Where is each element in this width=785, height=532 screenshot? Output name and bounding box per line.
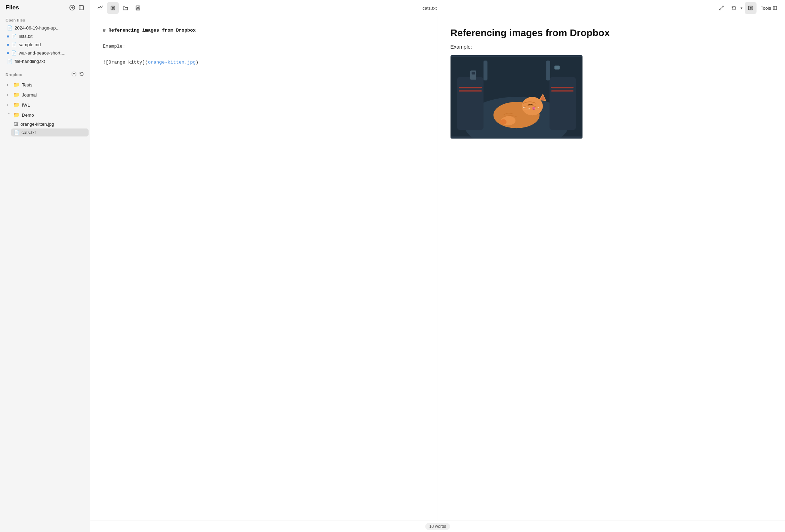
folder-button[interactable] xyxy=(119,2,131,14)
dropbox-header: Dropbox xyxy=(0,68,90,80)
folder-tree: › 📁 Tests › 📁 Journal › 📁 IWL › 📁 Demo 🖼… xyxy=(0,80,90,137)
file-icon: 📄 xyxy=(11,42,17,47)
sidebar: Files Open files 📄 2024-06-19-huge-up...… xyxy=(0,0,90,532)
modified-dot xyxy=(7,52,9,54)
sync-dropdown-arrow[interactable]: ▾ xyxy=(741,6,743,10)
editor-content[interactable]: # Referencing images from Dropbox Exampl… xyxy=(103,27,425,67)
svg-rect-24 xyxy=(457,77,484,130)
add-file-icon[interactable] xyxy=(69,5,75,11)
file-icon: 📄 xyxy=(11,34,17,39)
file-icon: 📄 xyxy=(7,25,13,31)
file-name: lists.txt xyxy=(19,34,33,39)
word-count-badge: 10 words xyxy=(425,523,451,530)
folder-name: Tests xyxy=(22,82,32,88)
edit-button[interactable] xyxy=(107,2,119,14)
upload-icon[interactable] xyxy=(71,71,77,78)
sidebar-header-icons xyxy=(69,5,84,11)
folder-journal[interactable]: › 📁 Journal xyxy=(1,90,89,100)
svg-rect-29 xyxy=(551,90,573,92)
activity-button[interactable] xyxy=(94,2,106,14)
list-item[interactable]: 📄 file-handling.txt xyxy=(1,57,89,65)
tools-label: Tools xyxy=(761,6,771,11)
sidebar-header: Files xyxy=(0,0,90,15)
tools-button[interactable]: Tools xyxy=(757,4,781,12)
svg-rect-12 xyxy=(137,6,139,8)
folder-tests[interactable]: › 📁 Tests xyxy=(1,80,89,90)
svg-rect-44 xyxy=(546,61,550,81)
svg-rect-28 xyxy=(458,90,482,92)
open-files-label: Open files xyxy=(0,15,90,24)
folder-name: IWL xyxy=(22,102,30,108)
folder-name: Demo xyxy=(22,113,34,118)
preview-panel: Referencing images from Dropbox Example: xyxy=(438,16,785,521)
folder-icon: 📁 xyxy=(13,102,20,108)
chevron-icon: › xyxy=(7,83,11,87)
main-content: cats.txt ▾ Tools # Referencing images fr… xyxy=(90,0,785,532)
svg-rect-43 xyxy=(484,61,487,81)
toolbar: cats.txt ▾ Tools xyxy=(90,0,785,16)
raw-editor[interactable]: # Referencing images from Dropbox Exampl… xyxy=(90,16,438,521)
svg-point-34 xyxy=(532,107,535,109)
preview-body: Example: xyxy=(451,44,773,50)
sidebar-title: Files xyxy=(6,4,19,11)
document-title: cats.txt xyxy=(145,6,714,11)
file-name: war-and-peace-short.... xyxy=(19,50,65,56)
file-name: cats.txt xyxy=(22,130,36,135)
folder-icon: 📁 xyxy=(13,112,20,118)
svg-rect-45 xyxy=(554,66,560,69)
sync-button[interactable] xyxy=(728,2,740,14)
file-icon: 📄 xyxy=(7,59,13,64)
preview-heading: Referencing images from Dropbox xyxy=(451,27,773,39)
svg-rect-25 xyxy=(550,77,576,130)
text-file-icon: 📄 xyxy=(14,130,19,135)
list-item[interactable]: 📄 lists.txt xyxy=(1,32,89,40)
chevron-icon: › xyxy=(7,113,11,117)
file-name: 2024-06-19-huge-up... xyxy=(15,25,59,31)
dropbox-icons xyxy=(71,71,84,78)
svg-rect-3 xyxy=(79,6,84,10)
open-files-list: 📄 2024-06-19-huge-up... 📄 lists.txt 📄 sa… xyxy=(0,24,90,68)
folder-icon: 📁 xyxy=(13,92,20,98)
dropbox-label: Dropbox xyxy=(6,73,22,77)
svg-rect-13 xyxy=(137,8,139,10)
save-button[interactable] xyxy=(132,2,144,14)
preview-image xyxy=(451,55,582,139)
svg-rect-31 xyxy=(471,72,475,75)
svg-point-42 xyxy=(500,119,506,125)
folder-icon: 📁 xyxy=(13,82,20,88)
toolbar-left xyxy=(94,2,144,14)
list-item[interactable]: 📄 war-and-peace-short.... xyxy=(1,49,89,57)
chevron-icon: › xyxy=(7,93,11,97)
svg-rect-26 xyxy=(458,87,482,89)
folder-iwl[interactable]: › 📁 IWL xyxy=(1,100,89,110)
file-icon: 📄 xyxy=(11,50,17,56)
word-count-bar: 10 words xyxy=(90,521,785,532)
folder-name: Journal xyxy=(22,92,37,98)
file-name: sample.md xyxy=(19,42,41,47)
demo-children: 🖼 orange-kitten.jpg 📄 cats.txt xyxy=(0,120,90,136)
preview-button[interactable] xyxy=(745,2,757,14)
svg-rect-20 xyxy=(773,6,777,10)
list-item[interactable]: 📄 2024-06-19-huge-up... xyxy=(1,24,89,32)
chevron-icon: › xyxy=(7,103,11,107)
file-cats-txt[interactable]: 📄 cats.txt xyxy=(11,128,89,136)
list-item[interactable]: 📄 sample.md xyxy=(1,41,89,49)
modified-dot xyxy=(7,44,9,46)
image-file-icon: 🖼 xyxy=(14,122,18,127)
refresh-icon[interactable] xyxy=(79,71,84,78)
modified-dot xyxy=(7,35,9,38)
panel-icon[interactable] xyxy=(78,5,84,11)
file-name: file-handling.txt xyxy=(15,59,45,64)
editor-area: # Referencing images from Dropbox Exampl… xyxy=(90,16,785,521)
file-orange-kitten[interactable]: 🖼 orange-kitten.jpg xyxy=(11,120,89,128)
toolbar-right: ▾ Tools xyxy=(716,2,781,14)
svg-rect-27 xyxy=(551,87,573,89)
file-name: orange-kitten.jpg xyxy=(20,122,54,127)
folder-demo[interactable]: › 📁 Demo xyxy=(1,110,89,120)
expand-button[interactable] xyxy=(716,2,727,14)
